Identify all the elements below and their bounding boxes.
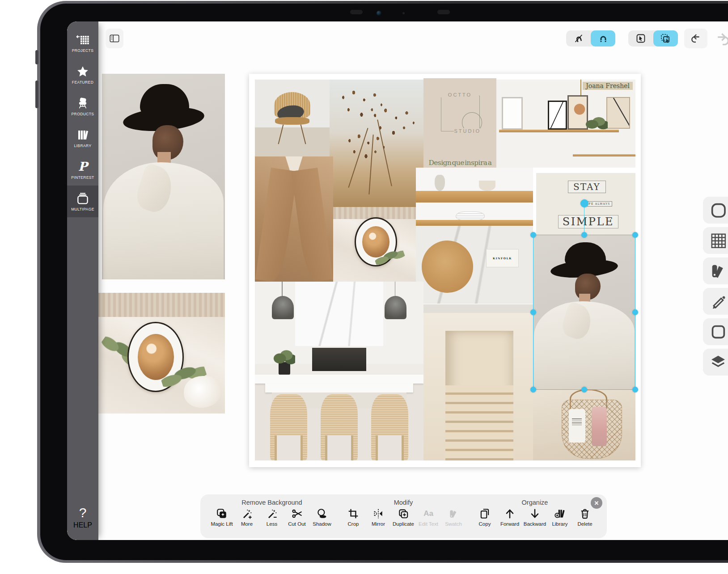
sidebar-item-multipage[interactable]: MULTIPAGE: [67, 186, 98, 217]
page-photo-coffee[interactable]: [92, 293, 225, 414]
tool-delete[interactable]: Delete: [572, 507, 597, 527]
tool-more[interactable]: More: [234, 507, 259, 527]
selection-handle-bottom-center[interactable]: [581, 387, 587, 393]
tool-shadow[interactable]: Shadow: [309, 507, 334, 527]
tool-cut-out[interactable]: Cut Out: [284, 507, 309, 527]
tool-magic-lift[interactable]: Magic Lift: [209, 507, 234, 527]
bowl-shape: [479, 181, 495, 191]
layers-tool-button[interactable]: [703, 349, 728, 376]
stay-text: STAY: [568, 181, 606, 193]
collage-photo-stairs[interactable]: [423, 313, 533, 460]
sidebar-item-pinterest[interactable]: P PINTEREST: [67, 154, 98, 186]
collage-photo-coffee[interactable]: [333, 207, 416, 282]
sticker-icon: [709, 201, 727, 219]
pendant-cord-shape: [282, 282, 283, 298]
tool-copy[interactable]: Copy: [472, 507, 497, 527]
collage-photo-trench-coat[interactable]: [255, 156, 333, 282]
collage-card-octto-studio[interactable]: OCTTO STUDIO Design que inspira a vida: [423, 78, 496, 181]
crop-icon: [347, 507, 359, 520]
pinterest-p-icon: P: [76, 160, 89, 173]
selection-handle-mid-right[interactable]: [632, 309, 638, 315]
tool-duplicate[interactable]: Duplicate: [391, 507, 416, 527]
device-bezel: OCTTO STUDIO Design que inspira a vida J…: [40, 4, 728, 560]
duplicate-icon: [398, 507, 409, 520]
selection-handle-bottom-right[interactable]: [632, 387, 638, 393]
wand-minus-icon: [266, 507, 278, 520]
selection-handle-bottom-left[interactable]: [530, 387, 536, 393]
single-select-segment[interactable]: [628, 30, 653, 46]
blanket-shape: [92, 293, 225, 317]
grid-tool-button[interactable]: [703, 227, 728, 254]
selection-handle-top-left[interactable]: [530, 232, 536, 238]
app-screen: OCTTO STUDIO Design que inspira a vida J…: [67, 21, 728, 540]
coat-lapel-shape: [291, 168, 333, 282]
sidebar-item-projects[interactable]: PROJECTS: [67, 27, 98, 59]
shadow-icon: [316, 507, 328, 520]
pencil-icon: [709, 292, 727, 310]
magic-lift-icon: [216, 507, 228, 520]
tool-label: More: [241, 521, 253, 527]
shape-tool-button[interactable]: [703, 318, 728, 345]
selection-box[interactable]: [533, 235, 635, 390]
ipad-mockup-page: OCTTO STUDIO Design que inspira a vida J…: [0, 0, 728, 574]
edit-text-icon: Aa: [423, 507, 433, 520]
tool-swatch[interactable]: Swatch: [441, 507, 466, 527]
sticker-tool-button[interactable]: [703, 197, 728, 224]
copy-pages-icon: [479, 507, 491, 520]
multi-select-segment[interactable]: [653, 30, 678, 46]
swatch-icon: [448, 507, 459, 520]
rotation-handle[interactable]: [580, 199, 588, 207]
volume-button-down: [35, 80, 38, 108]
page-photo-woman-hat[interactable]: [102, 74, 225, 279]
tool-label: Duplicate: [393, 521, 414, 527]
sidebar-item-help[interactable]: ? HELP: [67, 506, 98, 529]
arrow-down-icon: [529, 507, 541, 520]
rotation-line: [584, 206, 585, 235]
sidebar-item-featured[interactable]: FEATURED: [67, 59, 98, 90]
camera-lens: [377, 11, 381, 16]
collage-photo-net-bag[interactable]: [533, 390, 635, 460]
tool-backward[interactable]: Backward: [522, 507, 547, 527]
sidebar-item-library[interactable]: LIBRARY: [67, 122, 98, 154]
multi-select-icon: [660, 33, 671, 44]
sidebar-toggle-button[interactable]: [106, 29, 123, 48]
pendant-lamp-shape: [272, 296, 294, 319]
collage-photo-dried-branches[interactable]: [330, 80, 423, 210]
close-toolbar-button[interactable]: ✕: [591, 497, 602, 509]
collage-photo-art-shelf[interactable]: Joana Freshel: [496, 80, 635, 168]
plant-shape: [585, 117, 608, 131]
design-canvas[interactable]: OCTTO STUDIO Design que inspira a vida J…: [249, 74, 641, 467]
magnet-on-segment[interactable]: [591, 30, 615, 46]
edit-toolbar-panel: ✕ Remove Background M: [200, 494, 607, 538]
collage-photo-wicker-chair[interactable]: [255, 80, 330, 156]
redo-button[interactable]: [714, 30, 728, 50]
toolbar-group-remove-background: Remove Background Magic Lift: [209, 494, 334, 538]
tool-label: Copy: [479, 521, 491, 527]
sidebar-label: MULTIPAGE: [71, 207, 94, 211]
selection-handle-top-right[interactable]: [632, 232, 638, 238]
rope-chair-shape: [270, 394, 307, 460]
sidebar-item-products[interactable]: PRODUCTS: [67, 90, 98, 122]
tool-library[interactable]: Library: [547, 507, 572, 527]
tool-mirror[interactable]: Mirror: [366, 507, 391, 527]
octto-wordmark: OCTTO: [441, 92, 479, 97]
bloom-cluster-shape: [343, 132, 389, 176]
tool-crop[interactable]: Crop: [341, 507, 366, 527]
selection-handle-mid-left[interactable]: [530, 309, 536, 315]
collage-photo-kitchen-island[interactable]: [255, 282, 423, 460]
swatch-tool-button[interactable]: [703, 257, 728, 284]
tool-forward[interactable]: Forward: [497, 507, 522, 527]
island-top-shape: [265, 384, 414, 393]
selection-handle-top-center[interactable]: [581, 232, 587, 238]
magnet-icon: [598, 33, 609, 44]
magnet-off-segment[interactable]: [566, 30, 591, 46]
draw-tool-button[interactable]: [703, 288, 728, 315]
tool-edit-text[interactable]: Aa Edit Text: [416, 507, 441, 527]
tool-less[interactable]: Less: [259, 507, 284, 527]
white-tube-shape: [569, 409, 585, 443]
tool-label: Cut Out: [288, 521, 306, 527]
collage-photo-kitchen-shelves[interactable]: KINFOLK: [416, 168, 533, 313]
art-frame-shape: [606, 97, 631, 129]
undo-button[interactable]: [684, 29, 707, 48]
art-frame-shape: [548, 101, 567, 130]
